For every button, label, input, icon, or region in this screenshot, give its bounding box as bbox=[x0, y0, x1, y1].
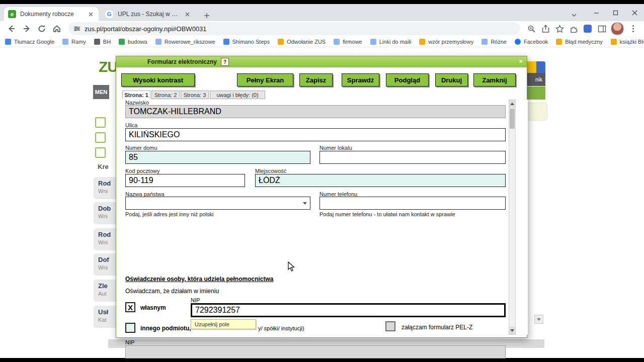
form-scrollbar[interactable] bbox=[509, 100, 516, 335]
bookmark-folder-icon bbox=[94, 39, 100, 45]
bookmark-favicon bbox=[119, 39, 125, 45]
page-scroll-down-button[interactable] bbox=[534, 315, 543, 324]
dialog-titlebar[interactable]: Formularz elektroniczny ? × bbox=[116, 56, 527, 67]
bookmark-item[interactable]: Linki do maili bbox=[370, 39, 412, 45]
service-card[interactable]: Rod Wni bbox=[94, 177, 117, 199]
country-select[interactable] bbox=[125, 197, 310, 210]
other-entity-checkbox[interactable] bbox=[125, 323, 135, 333]
site-settings-icon[interactable] bbox=[73, 25, 80, 32]
nip2-field[interactable] bbox=[125, 345, 506, 358]
tab-page-1[interactable]: Strona: 1 bbox=[122, 90, 150, 99]
dialog-close-icon[interactable]: × bbox=[519, 57, 523, 65]
share-icon[interactable] bbox=[539, 23, 551, 35]
surname-field[interactable] bbox=[125, 105, 506, 118]
side-panel-icon[interactable] bbox=[596, 23, 608, 35]
dialog-title: Formularz elektroniczny bbox=[147, 58, 217, 65]
extension-colored-icon[interactable] bbox=[582, 23, 594, 35]
window-controls bbox=[587, 4, 644, 21]
extensions-puzzle-icon[interactable] bbox=[568, 23, 580, 35]
bookmark-item[interactable]: budowa bbox=[119, 39, 147, 45]
sidebar-doc-icon[interactable] bbox=[95, 117, 106, 128]
preview-button[interactable]: Podgląd bbox=[386, 73, 429, 86]
bookmark-favicon bbox=[419, 39, 425, 45]
bookmark-item[interactable]: Ramy bbox=[62, 39, 86, 45]
high-contrast-button[interactable]: Wysoki kontrast bbox=[121, 73, 195, 86]
maximize-button[interactable] bbox=[606, 4, 625, 21]
bookmark-item[interactable]: Różne bbox=[481, 39, 507, 45]
print-button[interactable]: Drukuj bbox=[435, 73, 468, 86]
browser-menu-icon[interactable] bbox=[627, 23, 639, 35]
close-window-button[interactable] bbox=[625, 4, 644, 21]
scroll-up-icon[interactable] bbox=[509, 100, 515, 108]
attach-pelz-label: załączam formularz PEL-Z bbox=[401, 324, 472, 331]
tab-close-icon[interactable] bbox=[183, 10, 191, 18]
tab-search-icon[interactable] bbox=[569, 10, 580, 21]
bookmark-folder-icon bbox=[155, 39, 162, 45]
own-behalf-checkbox[interactable]: X bbox=[125, 302, 135, 312]
header-green-button[interactable] bbox=[527, 86, 545, 100]
zoom-icon[interactable] bbox=[525, 23, 537, 35]
tab-page-3[interactable]: Strona: 3 bbox=[181, 90, 209, 99]
service-card[interactable]: Dob Wni bbox=[94, 202, 117, 224]
back-icon[interactable] bbox=[5, 22, 18, 35]
bookmark-folder-icon bbox=[370, 39, 376, 45]
bookmark-item[interactable]: Facebook bbox=[515, 39, 548, 45]
house-number-field[interactable] bbox=[125, 151, 310, 164]
bookmark-item[interactable]: Shimano Steps bbox=[223, 39, 270, 45]
bookmark-item[interactable]: Rowerowe_rikszowe bbox=[155, 39, 215, 45]
reload-icon[interactable] bbox=[35, 22, 48, 35]
bookmarks-bar: Tłumacz Google Ramy BH budowa Rowerowe_r… bbox=[0, 36, 644, 47]
bookmark-star-icon[interactable] bbox=[553, 23, 566, 35]
forward-icon[interactable] bbox=[20, 22, 33, 35]
validate-button[interactable]: Sprawdź bbox=[342, 73, 379, 86]
scrollbar-thumb[interactable] bbox=[510, 109, 515, 129]
bookmark-item[interactable]: Tłumacz Google bbox=[5, 39, 54, 45]
tab-errors[interactable]: uwagi i błędy: (0) bbox=[210, 90, 265, 99]
tab-strip: e Dokumenty robocze G UPL zus - Szukaj w… bbox=[0, 4, 644, 21]
attach-pelz-checkbox[interactable] bbox=[385, 321, 395, 331]
tab-page-2[interactable]: Strona: 2 bbox=[151, 90, 180, 99]
bookmark-item[interactable]: Błąd medyczny bbox=[556, 39, 603, 45]
nip-field[interactable] bbox=[191, 303, 506, 317]
new-tab-button[interactable] bbox=[200, 9, 213, 22]
city-field[interactable] bbox=[255, 174, 506, 187]
street-field[interactable] bbox=[125, 128, 506, 141]
service-card[interactable]: Usł Kat bbox=[94, 306, 117, 328]
bookmark-item[interactable]: książki BH bbox=[611, 39, 644, 45]
sidebar-doc-icon[interactable] bbox=[95, 132, 106, 143]
browser-tab-active[interactable]: e Dokumenty robocze bbox=[4, 7, 99, 21]
bookmark-item[interactable]: wzór przemysłowy bbox=[419, 39, 473, 45]
chevron-down-icon bbox=[303, 202, 307, 205]
home-icon[interactable] bbox=[50, 22, 63, 35]
bookmark-folder-icon bbox=[278, 39, 284, 45]
postal-code-label: Kod pocztowy bbox=[125, 168, 159, 174]
service-card[interactable]: Zle Aut bbox=[94, 280, 117, 302]
house-number-label: Numer domu bbox=[125, 145, 157, 151]
service-card[interactable]: Dof Wni bbox=[94, 253, 117, 276]
profile-avatar[interactable] bbox=[611, 22, 624, 35]
scroll-down-icon[interactable] bbox=[509, 327, 515, 334]
menu-button[interactable]: MEN bbox=[93, 85, 109, 99]
sidebar-doc-icon[interactable] bbox=[95, 147, 106, 158]
side-panel-fragment bbox=[527, 103, 547, 121]
bookmark-item[interactable]: firmowe bbox=[334, 39, 362, 45]
user-role-badge[interactable]: nik bbox=[527, 73, 545, 86]
postal-code-field[interactable] bbox=[125, 174, 245, 187]
bookmark-item[interactable]: BH bbox=[94, 39, 111, 45]
address-bar[interactable]: zus.pl/portal/obszar-ogolny.npi#OBW0031 bbox=[68, 22, 520, 35]
browser-tab[interactable]: G UPL zus - Szukaj w Google bbox=[101, 7, 195, 21]
bookmark-favicon bbox=[223, 39, 229, 45]
facebook-icon bbox=[515, 39, 521, 45]
phone-field[interactable] bbox=[319, 197, 506, 210]
help-icon[interactable]: ? bbox=[221, 58, 229, 66]
save-button[interactable]: Zapisz bbox=[299, 73, 333, 86]
tab-close-icon[interactable] bbox=[87, 10, 95, 18]
close-form-button[interactable]: Zamknij bbox=[473, 73, 516, 86]
apartment-number-label: Numer lokalu bbox=[319, 145, 352, 151]
other-entity-suffix: y/ spółki/ instytucji) bbox=[258, 325, 304, 331]
minimize-button[interactable] bbox=[587, 4, 606, 21]
bookmark-item[interactable]: Odwołanie ZUS bbox=[278, 39, 326, 45]
fullscreen-button[interactable]: Pełny Ekran bbox=[237, 73, 293, 86]
apartment-number-field[interactable] bbox=[319, 151, 506, 164]
service-card[interactable]: Rod Wni bbox=[94, 228, 117, 250]
